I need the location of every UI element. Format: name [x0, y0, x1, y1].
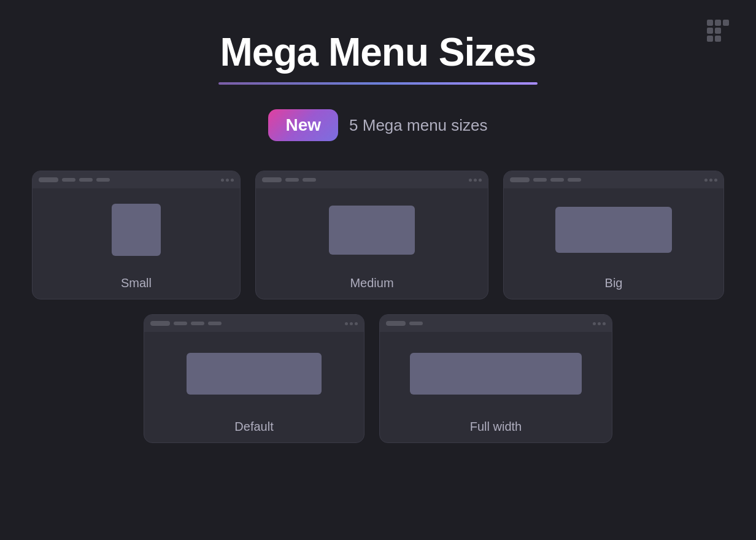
topbar-pill	[39, 177, 58, 182]
card-label: Big	[504, 271, 723, 299]
topbar-line	[303, 178, 316, 182]
logo-cell	[723, 20, 729, 26]
topbar-dot	[231, 179, 234, 182]
topbar-dot	[345, 322, 348, 325]
card-placeholder	[112, 204, 161, 256]
topbar-dot	[474, 179, 477, 182]
logo-cell	[715, 20, 721, 26]
topbar-line	[550, 178, 564, 182]
card-body	[380, 332, 612, 415]
card-placeholder	[187, 353, 322, 395]
page-header: Mega Menu Sizes	[0, 29, 756, 85]
topbar-line	[208, 322, 222, 325]
topbar-dot	[603, 322, 606, 325]
cards-row-2: Default Full width	[144, 314, 612, 443]
badge-description: 5 Mega menu sizes	[349, 116, 487, 135]
logo-cell	[707, 36, 713, 42]
topbar-pill	[262, 177, 282, 182]
card-label: Full width	[380, 415, 612, 442]
card-label: Medium	[256, 271, 488, 299]
cards-row-1: Small Medium	[32, 171, 724, 299]
topbar-dot	[709, 179, 712, 182]
topbar-line	[62, 178, 75, 182]
page-title: Mega Menu Sizes	[0, 29, 756, 75]
topbar-line	[96, 178, 110, 182]
title-underline	[218, 82, 538, 85]
logo-cell	[723, 36, 729, 42]
topbar-line	[191, 322, 204, 325]
topbar-dot	[350, 322, 353, 325]
card-topbar	[144, 315, 364, 332]
topbar-dot	[593, 322, 596, 325]
topbar-line	[174, 322, 187, 325]
cards-container: Small Medium	[0, 171, 756, 443]
topbar-line	[533, 178, 547, 182]
topbar-line	[409, 322, 423, 325]
badge-row: New 5 Mega menu sizes	[268, 109, 487, 141]
card-placeholder	[555, 207, 672, 253]
card-big[interactable]: Big	[503, 171, 724, 299]
card-label: Small	[33, 271, 240, 299]
card-topbar	[504, 171, 723, 188]
card-topbar	[256, 171, 488, 188]
topbar-dot	[226, 179, 229, 182]
logo-cell	[715, 28, 721, 34]
topbar-pill	[386, 321, 406, 326]
topbar-pill	[150, 321, 170, 326]
app-logo	[707, 20, 731, 44]
logo-cell	[707, 28, 713, 34]
card-default[interactable]: Default	[144, 314, 364, 443]
topbar-dot	[714, 179, 717, 182]
topbar-dot	[221, 179, 224, 182]
topbar-dot	[469, 179, 472, 182]
card-topbar	[33, 171, 240, 188]
card-placeholder	[329, 206, 415, 255]
topbar-dot	[704, 179, 708, 182]
card-label: Default	[144, 415, 364, 442]
logo-cell	[715, 36, 721, 42]
topbar-line	[285, 178, 299, 182]
topbar-dot	[355, 322, 358, 325]
topbar-dots	[704, 179, 717, 182]
new-badge: New	[268, 109, 338, 141]
logo-cell	[707, 20, 713, 26]
topbar-dots	[469, 179, 482, 182]
card-medium[interactable]: Medium	[255, 171, 488, 299]
card-body	[33, 188, 240, 271]
topbar-line	[79, 178, 93, 182]
card-fullwidth[interactable]: Full width	[379, 314, 612, 443]
card-placeholder	[410, 353, 582, 395]
card-body	[504, 188, 723, 271]
topbar-dots	[593, 322, 606, 325]
card-body	[256, 188, 488, 271]
topbar-dot	[598, 322, 601, 325]
card-body	[144, 332, 364, 415]
topbar-pill	[510, 177, 530, 182]
logo-cell	[723, 28, 729, 34]
card-topbar	[380, 315, 612, 332]
card-small[interactable]: Small	[32, 171, 241, 299]
topbar-dots	[345, 322, 358, 325]
topbar-line	[568, 178, 581, 182]
topbar-dots	[221, 179, 234, 182]
topbar-dot	[479, 179, 482, 182]
